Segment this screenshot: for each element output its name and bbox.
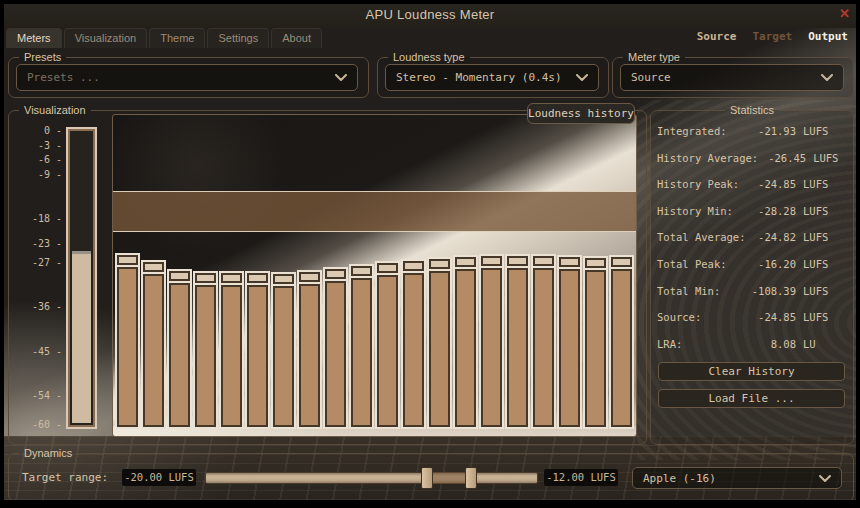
bar-peak-cap [351, 266, 372, 276]
dynamics-preset-value: Apple (-16) [643, 472, 811, 485]
bar-peak-cap [273, 274, 294, 284]
stat-unit: LU [803, 338, 833, 350]
scale-tick: -18 - [14, 213, 62, 225]
target-range-label: Target range: [22, 471, 108, 484]
tab-settings[interactable]: Settings [207, 28, 269, 48]
stat-value: -24.85 [748, 178, 796, 190]
tab-visualization[interactable]: Visualization [64, 28, 148, 48]
stat-value: -21.93 [748, 125, 796, 137]
chart-mesh-texture [113, 275, 636, 426]
slider-handle-low[interactable] [421, 467, 433, 489]
bar-peak-cap [195, 273, 216, 283]
bar-peak-cap [507, 256, 528, 266]
window-title: APU Loudness Meter [0, 7, 860, 22]
visualization-group-label: Visualization [19, 104, 91, 116]
bar-peak-cap [559, 257, 580, 267]
presets-dropdown[interactable]: Presets ... [16, 64, 358, 91]
target-range-band [113, 191, 636, 232]
bar-peak-cap [325, 269, 346, 279]
history-bar [455, 269, 476, 427]
presets-group-label: Presets [19, 51, 66, 63]
history-bar [169, 283, 190, 427]
loudness-meter-bar [66, 127, 97, 429]
presets-dropdown-value: Presets ... [27, 71, 327, 84]
toggle-source[interactable]: Source [697, 30, 737, 43]
close-icon[interactable]: ✕ [839, 6, 850, 21]
stat-unit: LUFS [803, 125, 833, 137]
stat-row: Integrated:-21.93LUFS [657, 124, 833, 138]
history-bar [143, 274, 164, 427]
dynamics-group-label: Dynamics [19, 447, 77, 459]
loudness-type-dropdown[interactable]: Stereo - Momentary (0.4s) [385, 64, 599, 91]
stat-row: History Min:-28.28LUFS [657, 204, 833, 218]
toggle-target[interactable]: Target [753, 30, 793, 43]
scale-tick: -6 - [14, 154, 62, 166]
stat-unit: LUFS [803, 231, 833, 243]
bar-peak-cap [377, 263, 398, 273]
stat-label: Total Peak: [657, 258, 748, 270]
meter-type-dropdown[interactable]: Source [620, 64, 844, 91]
bar-peak-cap [299, 272, 320, 282]
main-tabs: MetersVisualizationThemeSettingsAbout [6, 28, 322, 48]
loudness-history-chart [112, 114, 637, 437]
history-bar [299, 284, 320, 427]
history-bar [481, 268, 502, 427]
bar-peak-cap [143, 262, 164, 272]
history-bar [403, 273, 424, 427]
stat-label: Integrated: [657, 125, 748, 137]
tab-about[interactable]: About [271, 28, 322, 48]
slider-handle-high[interactable] [465, 467, 477, 489]
statistics-group-label: Statistics [725, 104, 779, 116]
meter-type-value: Source [631, 71, 813, 84]
title-bar: APU Loudness Meter ✕ [0, 0, 860, 28]
stat-row: History Peak:-24.85LUFS [657, 177, 833, 191]
bar-peak-cap [403, 261, 424, 271]
loudness-type-group-label: Loudness type [388, 51, 470, 63]
target-range-slider-track[interactable] [205, 472, 538, 484]
stat-label: History Average: [657, 152, 758, 164]
stat-unit: LUFS [803, 178, 833, 190]
chevron-down-icon [821, 74, 833, 81]
meter-type-group-label: Meter type [623, 51, 685, 63]
history-bar [195, 285, 216, 427]
scale-tick: -9 - [14, 169, 62, 181]
stat-label: Total Average: [657, 231, 748, 243]
bar-peak-cap [455, 257, 476, 267]
load-file-button[interactable]: Load File ... [658, 389, 845, 408]
tab-meters[interactable]: Meters [6, 28, 62, 48]
stat-unit: LUFS [803, 258, 833, 270]
history-bar [221, 285, 242, 427]
tab-theme[interactable]: Theme [149, 28, 205, 48]
stat-value: -26.45 [758, 152, 806, 164]
bar-peak-cap [117, 255, 138, 265]
tab-bar: MetersVisualizationThemeSettingsAbout So… [0, 28, 860, 48]
stat-value: -28.28 [748, 205, 796, 217]
stat-value: -108.39 [748, 285, 796, 297]
toggle-output[interactable]: Output [808, 30, 848, 43]
scale-tick: -60 - [14, 419, 62, 431]
meter-toggles: SourceTargetOutput [697, 30, 848, 43]
history-bar [273, 286, 294, 427]
history-bar [247, 285, 268, 427]
bar-peak-cap [611, 257, 632, 267]
loudness-type-value: Stereo - Momentary (0.4s) [396, 71, 568, 84]
history-bar [377, 275, 398, 427]
stat-label: History Peak: [657, 178, 748, 190]
history-bar [429, 271, 450, 427]
stat-row: History Average:-26.45LUFS [657, 151, 833, 165]
scale-tick: -27 - [14, 257, 62, 269]
target-range-high-field[interactable]: -12.00 LUFS [544, 469, 618, 486]
history-bar [117, 267, 138, 427]
target-range-low-field[interactable]: -20.00 LUFS [122, 469, 196, 486]
history-bar [585, 270, 606, 427]
stat-row: Total Min:-108.39LUFS [657, 284, 833, 298]
scale-tick: -23 - [14, 238, 62, 250]
clear-history-button[interactable]: Clear History [658, 362, 845, 381]
bar-peak-cap [169, 271, 190, 281]
meter-fill [72, 251, 91, 423]
stat-label: LRA: [657, 338, 748, 350]
stat-label: Source: [657, 311, 748, 323]
scale-tick: -36 - [14, 301, 62, 313]
history-chart-label: Loudness history [527, 103, 635, 124]
dynamics-preset-dropdown[interactable]: Apple (-16) [632, 467, 842, 489]
